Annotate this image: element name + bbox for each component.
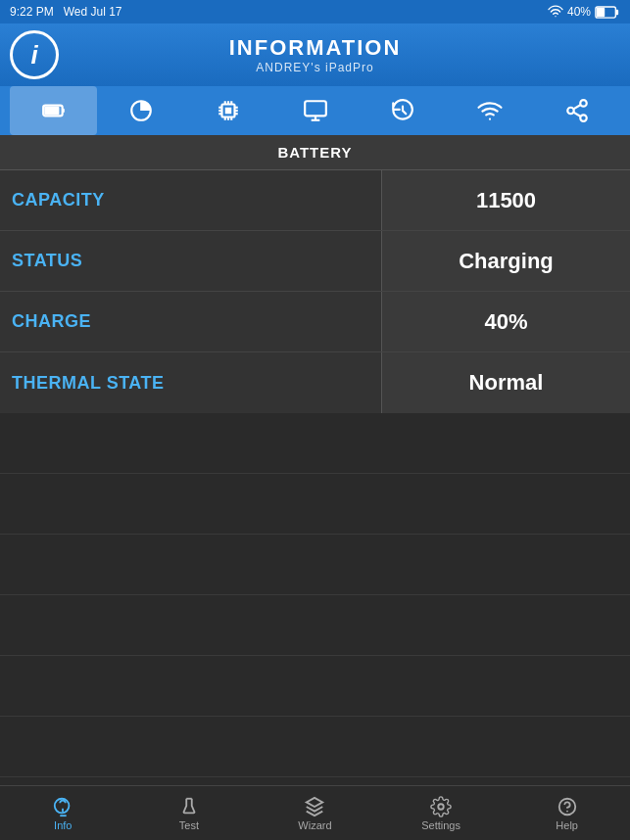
battery-section-header: BATTERY [0,135,630,170]
bottom-wizard-label: Wizard [298,819,331,831]
svg-rect-21 [305,101,326,116]
bottom-tab-info[interactable]: Info [0,786,126,840]
svg-point-27 [580,115,587,121]
status-bar: 9:22 PM Wed Jul 17 40% [0,0,630,23]
empty-row-6 [0,717,630,777]
info-bottom-icon [52,796,73,817]
status-date: Wed Jul 17 [64,5,122,19]
svg-point-34 [438,804,444,810]
thermal-value: Normal [382,352,630,413]
svg-rect-8 [224,108,231,115]
empty-row-5 [0,656,630,717]
share-tab-icon [564,98,590,123]
empty-content [0,413,630,838]
bottom-tab-help[interactable]: Help [504,786,630,840]
tab-cpu[interactable] [184,86,271,135]
empty-row-4 [0,595,630,656]
wifi-tab-icon [477,98,503,123]
app-header: i INFORMATION ANDREY's iPadPro [0,23,630,86]
wizard-bottom-icon [304,796,325,817]
cpu-tab-icon [216,98,241,123]
test-bottom-icon [178,796,200,817]
svg-point-26 [567,108,574,115]
settings-bottom-icon [430,796,452,817]
history-tab-icon [390,98,415,123]
tab-storage[interactable] [97,86,184,135]
capacity-label: CAPACITY [0,170,382,230]
thermal-label: THERMAL STATE [0,352,382,413]
status-right: 40% [548,4,620,20]
bottom-tab-test[interactable]: Test [126,786,253,840]
status-row: STATUS Charging [0,231,630,292]
bottom-tab-wizard[interactable]: Wizard [252,786,378,840]
charge-value: 40% [382,292,630,351]
bottom-settings-label: Settings [421,819,460,831]
tab-wifi[interactable] [446,86,533,135]
battery-tab-icon [41,98,67,123]
svg-rect-4 [62,109,64,113]
svg-rect-2 [597,7,605,16]
section-title: BATTERY [277,144,352,161]
status-time: 9:22 PM [10,5,54,19]
display-tab-icon [303,98,328,123]
bottom-test-label: Test [179,819,199,831]
charge-label: CHARGE [0,292,382,351]
bottom-info-label: Info [54,819,72,831]
bottom-help-label: Help [556,819,578,831]
status-left: 9:22 PM Wed Jul 17 [10,5,122,19]
capacity-value: 11500 [382,170,630,230]
empty-row-3 [0,535,630,595]
header-text: INFORMATION ANDREY's iPadPro [229,35,402,74]
charge-row: CHARGE 40% [0,292,630,352]
info-icon-badge: i [10,30,59,79]
battery-icon [595,6,620,19]
capacity-row: CAPACITY 11500 [0,170,630,231]
svg-point-24 [488,118,490,120]
svg-rect-5 [44,107,59,116]
bottom-nav-bar: Info Test Wizard Settings Help [0,785,630,840]
tab-history[interactable] [359,86,446,135]
help-bottom-icon [557,796,578,817]
status-value: Charging [382,231,630,291]
svg-point-25 [580,100,587,107]
svg-line-29 [573,105,580,109]
device-name: ANDREY's iPadPro [229,61,402,74]
empty-row-1 [0,413,630,474]
status-label: STATUS [0,231,382,291]
thermal-row: THERMAL STATE Normal [0,352,630,413]
svg-line-28 [573,113,580,117]
wifi-icon [548,4,563,20]
svg-rect-1 [615,9,618,15]
top-tab-bar [0,86,630,135]
tab-display[interactable] [271,86,359,135]
bottom-tab-settings[interactable]: Settings [378,786,505,840]
app-title: INFORMATION [229,35,402,61]
tab-battery[interactable] [10,86,97,135]
empty-row-2 [0,474,630,535]
tab-share[interactable] [533,86,620,135]
battery-percent: 40% [567,5,591,19]
storage-tab-icon [128,98,154,123]
battery-info-table: CAPACITY 11500 STATUS Charging CHARGE 40… [0,170,630,413]
